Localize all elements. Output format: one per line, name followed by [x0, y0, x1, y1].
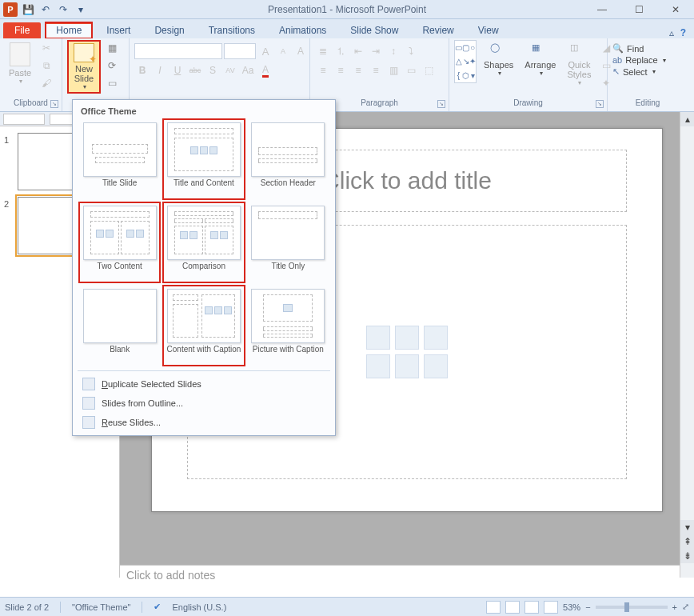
align-right-button[interactable]: ≡ — [350, 62, 366, 78]
language-indicator[interactable]: English (U.S.) — [172, 602, 226, 612]
layout-comparison[interactable]: Comparison — [163, 202, 244, 282]
char-spacing-button[interactable]: AV — [222, 62, 238, 78]
undo-button[interactable]: ↶ — [38, 2, 53, 17]
review-tab[interactable]: Review — [413, 22, 463, 38]
layout-content-with-caption[interactable]: Content with Caption — [163, 286, 244, 366]
strikethrough-button[interactable]: abc — [187, 62, 203, 78]
prev-slide-button[interactable]: ⇞ — [680, 534, 694, 549]
align-center-button[interactable]: ≡ — [333, 62, 349, 78]
reset-button[interactable]: ⟳ — [104, 58, 120, 74]
notes-pane[interactable]: Click to add notes — [120, 565, 680, 597]
layout-picture-with-caption[interactable]: Picture with Caption — [248, 286, 329, 366]
zoom-level[interactable]: 53% — [563, 602, 580, 612]
text-shadow-button[interactable]: S — [205, 62, 221, 78]
spellcheck-icon[interactable]: ✔ — [154, 602, 161, 612]
zoom-in-button[interactable]: + — [672, 602, 677, 612]
duplicate-slides-menu[interactable]: Duplicate Selected Slides — [78, 374, 330, 394]
decrease-indent-button[interactable]: ⇤ — [350, 43, 366, 59]
font-size-combo[interactable] — [224, 43, 256, 59]
clipboard-launcher[interactable]: ↘ — [50, 100, 58, 108]
format-painter-button[interactable]: 🖌 — [38, 75, 54, 91]
underline-button[interactable]: U — [170, 62, 185, 78]
shapes-button[interactable]: ◯ Shapes▾ — [480, 40, 517, 79]
section-button[interactable]: ▭ — [104, 75, 120, 91]
find-button[interactable]: 🔍Find — [612, 43, 644, 54]
bullets-button[interactable]: ≣ — [315, 43, 331, 59]
maximize-button[interactable]: ☐ — [620, 0, 657, 19]
new-slide-button[interactable]: ✦ New Slide▾ — [67, 40, 101, 94]
minimize-ribbon-button[interactable]: ▵ — [669, 27, 674, 38]
zoom-out-button[interactable]: − — [585, 602, 590, 612]
font-family-combo[interactable] — [134, 43, 222, 59]
shapes-gallery[interactable]: ▭▢○△↘✦{⬡▾ — [454, 40, 477, 83]
replace-button[interactable]: abReplace▾ — [612, 55, 666, 65]
layout-button[interactable]: ▦ — [104, 40, 120, 56]
insert-picture-icon[interactable] — [366, 354, 390, 378]
italic-button[interactable]: I — [152, 62, 168, 78]
normal-view-button[interactable] — [486, 601, 501, 614]
align-left-button[interactable]: ≡ — [315, 62, 331, 78]
insert-table-icon[interactable] — [366, 326, 390, 350]
justify-button[interactable]: ≡ — [368, 62, 384, 78]
reading-view-button[interactable] — [524, 601, 539, 614]
columns-button[interactable]: ▥ — [385, 62, 401, 78]
clear-formatting-button[interactable]: A — [293, 43, 309, 59]
layout-title-and-content[interactable]: Title and Content — [163, 119, 244, 199]
vertical-scrollbar[interactable]: ▴ ▾ ⇞ ⇟ — [680, 112, 694, 578]
view-tab[interactable]: View — [469, 22, 509, 38]
slideshow-tab[interactable]: Slide Show — [341, 22, 408, 38]
slides-tab-icon[interactable] — [3, 114, 45, 125]
layout-blank[interactable]: Blank — [79, 286, 160, 366]
cut-button[interactable]: ✂ — [38, 40, 54, 56]
arrange-button[interactable]: ▦ Arrange▾ — [520, 40, 560, 79]
numbering-button[interactable]: ⒈ — [333, 43, 349, 59]
zoom-slider[interactable] — [596, 606, 668, 609]
line-spacing-button[interactable]: ↕ — [385, 43, 401, 59]
animations-tab[interactable]: Animations — [269, 22, 336, 38]
slides-from-outline-menu[interactable]: Slides from Outline... — [78, 394, 330, 413]
copy-button[interactable]: ⧉ — [38, 58, 54, 74]
text-direction-button[interactable]: ⤵ — [403, 43, 419, 59]
quick-access-toolbar: P 💾 ↶ ↷ ▾ — [0, 2, 88, 17]
help-button[interactable]: ? — [680, 27, 686, 38]
increase-indent-button[interactable]: ⇥ — [368, 43, 384, 59]
slideshow-view-button[interactable] — [544, 601, 558, 614]
layout-section-header[interactable]: Section Header — [248, 119, 329, 199]
insert-tab[interactable]: Insert — [97, 22, 140, 38]
change-case-button[interactable]: Aa — [240, 62, 256, 78]
font-color-button[interactable]: A — [257, 62, 273, 78]
design-tab[interactable]: Design — [145, 22, 193, 38]
next-slide-button[interactable]: ⇟ — [680, 549, 694, 563]
layout-title-only[interactable]: Title Only — [248, 202, 329, 282]
select-button[interactable]: ↖Select▾ — [612, 66, 656, 77]
qat-customize-button[interactable]: ▾ — [74, 2, 88, 17]
insert-clipart-icon[interactable] — [395, 354, 419, 378]
insert-media-icon[interactable] — [424, 354, 448, 378]
paragraph-launcher[interactable]: ↘ — [437, 100, 445, 108]
bold-button[interactable]: B — [134, 62, 150, 78]
insert-smartart-icon[interactable] — [424, 326, 448, 350]
scroll-down-button[interactable]: ▾ — [680, 520, 694, 534]
reuse-slides-menu[interactable]: Reuse Slides... — [78, 413, 330, 432]
insert-chart-icon[interactable] — [395, 326, 419, 350]
redo-button[interactable]: ↷ — [56, 2, 70, 17]
drawing-launcher[interactable]: ↘ — [596, 100, 604, 108]
minimize-button[interactable]: — — [584, 0, 620, 19]
home-tab[interactable]: Home — [46, 22, 92, 38]
smartart-button[interactable]: ⬚ — [421, 62, 437, 78]
layout-title-slide[interactable]: Title Slide — [79, 119, 160, 199]
grow-font-button[interactable]: A — [257, 43, 273, 59]
scroll-up-button[interactable]: ▴ — [680, 112, 694, 126]
save-button[interactable]: 💾 — [21, 2, 35, 17]
layout-label: Title Only — [271, 262, 305, 281]
quick-styles-button[interactable]: ◫ Quick Styles▾ — [563, 40, 595, 89]
transitions-tab[interactable]: Transitions — [199, 22, 265, 38]
close-button[interactable]: ✕ — [657, 0, 694, 19]
shrink-font-button[interactable]: A — [275, 43, 291, 59]
paste-button[interactable]: Paste ▾ — [5, 40, 35, 87]
fit-to-window-button[interactable]: ⤢ — [682, 602, 689, 612]
sorter-view-button[interactable] — [505, 601, 520, 614]
file-tab[interactable]: File — [3, 22, 41, 38]
layout-two-content[interactable]: Two Content — [79, 202, 160, 282]
align-text-button[interactable]: ▭ — [403, 62, 419, 78]
